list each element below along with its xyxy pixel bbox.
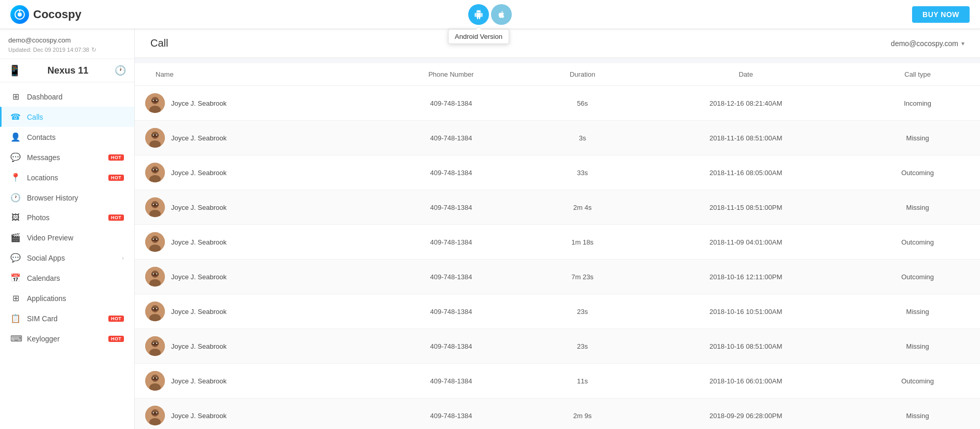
row-5-duration: 7m 23s [528,260,637,294]
row-1-duration: 3s [528,121,637,155]
table-row: Joyce J. Seabrook 409-748-13842m 9s2018-… [135,398,980,430]
user-menu[interactable]: demo@cocospy.com ▾ [891,39,964,48]
row-5-phone: 409-748-1384 [374,260,528,294]
sidebar-item-dashboard[interactable]: ⊞Dashboard [0,87,134,107]
chevron-down-icon: ▾ [961,40,964,47]
photos-icon: 🖼 [10,213,21,222]
sidebar-item-sim-card[interactable]: 📋SIM CardHOT [0,308,134,328]
avatar [145,406,165,425]
contact-cell: Joyce J. Seabrook [145,406,363,425]
android-btn[interactable]: Android Version [468,4,489,25]
row-1-phone: 409-748-1384 [374,121,528,155]
row-8-duration: 11s [528,364,637,398]
sidebar-item-calls-label: Calls [27,113,124,121]
calendars-icon: 📅 [10,273,21,283]
locations-hot-badge: HOT [108,175,124,181]
contact-cell: Joyce J. Seabrook [145,371,363,391]
row-0-date: 2018-12-16 08:21:40AM [637,86,856,121]
keylogger-icon: ⌨ [10,334,21,344]
row-4-date: 2018-11-09 04:01:00AM [637,225,856,260]
content-area: Call demo@cocospy.com ▾ NamePhone Number… [135,29,980,429]
table-header: NamePhone NumberDurationDateCall type [135,63,980,86]
table-row: Joyce J. Seabrook 409-748-138456s2018-12… [135,86,980,121]
row-2-phone: 409-748-1384 [374,155,528,190]
row-7-call-type: Missing [855,329,980,364]
row-3-call-type: Missing [855,190,980,225]
row-2-name-cell: Joyce J. Seabrook [135,155,374,190]
logo-icon [10,5,29,24]
avatar [145,163,165,182]
apple-btn[interactable] [491,4,512,25]
sidebar-item-locations[interactable]: 📍LocationsHOT [0,167,134,188]
sidebar-item-sim-card-label: SIM Card [27,314,100,323]
row-9-duration: 2m 9s [528,398,637,430]
sidebar-item-photos[interactable]: 🖼PhotosHOT [0,208,134,227]
nav-right: BUY NOW [912,6,970,23]
col-header-call-type: Call type [855,63,980,86]
row-6-date: 2018-10-16 10:51:00AM [637,294,856,329]
sim-card-hot-badge: HOT [108,316,124,322]
contact-cell: Joyce J. Seabrook [145,302,363,321]
sidebar-item-video-preview[interactable]: 🎬Video Preview [0,227,134,248]
contact-cell: Joyce J. Seabrook [145,267,363,287]
social-apps-icon: 💬 [10,253,21,263]
avatar [145,232,165,252]
sidebar-item-applications[interactable]: ⊞Applications [0,288,134,308]
contact-name: Joyce J. Seabrook [171,169,227,177]
row-5-call-type: Outcoming [855,260,980,294]
content-header: Call demo@cocospy.com ▾ [135,29,980,58]
device-phone-icon: 📱 [8,64,21,77]
table-body: Joyce J. Seabrook 409-748-138456s2018-12… [135,86,980,430]
row-3-name-cell: Joyce J. Seabrook [135,190,374,225]
sidebar-item-video-preview-label: Video Preview [27,234,124,242]
row-4-name-cell: Joyce J. Seabrook [135,225,374,260]
sidebar-item-contacts[interactable]: 👤Contacts [0,127,134,147]
refresh-icon[interactable]: ↻ [91,46,96,53]
dashboard-icon: ⊞ [10,92,21,102]
sidebar-item-keylogger[interactable]: ⌨KeyloggerHOT [0,328,134,349]
row-2-duration: 33s [528,155,637,190]
logo-area[interactable]: Cocospy [10,5,81,24]
sidebar: demo@cocospy.com Updated: Dec 09 2019 14… [0,29,135,429]
avatar [145,93,165,113]
buy-now-button[interactable]: BUY NOW [912,6,970,23]
row-9-call-type: Missing [855,398,980,430]
sidebar-item-calendars[interactable]: 📅Calendars [0,268,134,288]
device-name-row: 📱 Nexus 11 🕐 [0,59,134,82]
col-header-duration: Duration [528,63,637,86]
row-2-call-type: Outcoming [855,155,980,190]
row-6-name-cell: Joyce J. Seabrook [135,294,374,329]
sidebar-item-calls[interactable]: ☎Calls [0,107,134,127]
row-9-name-cell: Joyce J. Seabrook [135,398,374,430]
locations-icon: 📍 [10,173,21,182]
row-8-phone: 409-748-1384 [374,364,528,398]
row-9-date: 2018-09-29 06:28:00PM [637,398,856,430]
sidebar-item-photos-label: Photos [27,213,100,222]
sidebar-item-messages[interactable]: 💬MessagesHOT [0,147,134,167]
calls-icon: ☎ [10,112,21,122]
col-header-name: Name [135,63,374,86]
sidebar-item-contacts-label: Contacts [27,133,124,141]
social-apps-chevron-icon: › [122,254,124,262]
row-2-date: 2018-11-16 08:05:00AM [637,155,856,190]
col-header-date: Date [637,63,856,86]
row-9-phone: 409-748-1384 [374,398,528,430]
call-table: NamePhone NumberDurationDateCall type [135,63,980,429]
sidebar-device-info: demo@cocospy.com Updated: Dec 09 2019 14… [0,29,134,59]
sidebar-item-dashboard-label: Dashboard [27,93,124,101]
contact-name: Joyce J. Seabrook [171,273,227,281]
clock-icon[interactable]: 🕐 [115,65,126,76]
row-6-duration: 23s [528,294,637,329]
messages-hot-badge: HOT [108,154,124,161]
table-row: Joyce J. Seabrook 409-748-138433s2018-11… [135,155,980,190]
contact-cell: Joyce J. Seabrook [145,232,363,252]
sidebar-item-social-apps[interactable]: 💬Social Apps› [0,248,134,268]
sidebar-user-email: demo@cocospy.com [8,36,126,44]
sidebar-item-locations-label: Locations [27,174,100,182]
row-7-name-cell: Joyce J. Seabrook [135,329,374,364]
contact-name: Joyce J. Seabrook [171,412,227,420]
avatar [145,302,165,321]
sidebar-item-browser-history[interactable]: 🕐Browser History [0,188,134,208]
row-6-phone: 409-748-1384 [374,294,528,329]
row-0-duration: 56s [528,86,637,121]
